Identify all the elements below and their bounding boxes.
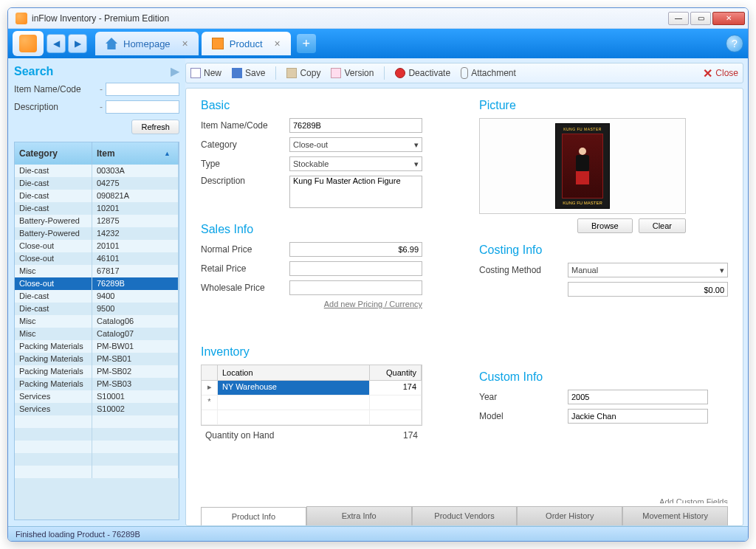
save-icon xyxy=(232,68,242,78)
table-row[interactable]: Close-out46101 xyxy=(15,252,179,265)
tab-product[interactable]: Product × xyxy=(202,32,291,55)
table-row[interactable]: ServicesS10001 xyxy=(15,390,179,403)
table-row[interactable]: Misc67817 xyxy=(15,265,179,277)
new-row-icon: * xyxy=(202,396,218,410)
table-row[interactable]: Die-cast00303A xyxy=(15,165,179,177)
refresh-button[interactable]: Refresh xyxy=(131,120,179,134)
home-icon xyxy=(106,38,117,49)
year-input[interactable] xyxy=(568,390,708,404)
col-item[interactable]: Item ▲ xyxy=(92,142,179,165)
category-select[interactable]: Close-out▾ xyxy=(289,137,422,152)
qoh-label: Quantity on Hand xyxy=(205,430,403,441)
chevron-down-icon: ▾ xyxy=(720,266,724,275)
add-custom-fields-link[interactable]: Add Custom Fields xyxy=(479,497,728,503)
tab-close-icon[interactable]: × xyxy=(275,38,281,49)
qoh-value: 174 xyxy=(403,430,418,441)
clear-button[interactable]: Clear xyxy=(639,218,686,233)
tab-label: Product xyxy=(230,38,263,49)
attachment-button[interactable]: Attachment xyxy=(461,67,516,79)
retail-price-input[interactable] xyxy=(289,261,422,276)
item-code-input[interactable] xyxy=(289,118,422,133)
nav-back-button[interactable]: ◀ xyxy=(47,34,66,53)
status-bar: Finished loading Product - 76289B xyxy=(8,526,748,541)
help-button[interactable]: ? xyxy=(726,35,743,52)
table-row[interactable]: Die-cast9500 xyxy=(15,303,179,315)
table-row[interactable]: Die-cast04275 xyxy=(15,177,179,190)
inventory-new-row[interactable]: * xyxy=(202,396,422,410)
basic-title: Basic xyxy=(201,99,450,112)
app-icon xyxy=(16,13,27,24)
table-row-empty xyxy=(15,453,179,466)
tab-homepage[interactable]: Homepage × xyxy=(95,32,199,55)
table-row[interactable]: ServicesS10002 xyxy=(15,403,179,415)
table-row[interactable]: MiscCatalog07 xyxy=(15,328,179,340)
tab-close-icon[interactable]: × xyxy=(182,38,188,49)
model-input[interactable] xyxy=(568,409,708,424)
minimize-button[interactable]: — xyxy=(668,12,689,25)
table-row[interactable]: Die-cast10201 xyxy=(15,202,179,215)
costing-method-select[interactable]: Manual▾ xyxy=(568,263,728,277)
table-row-empty xyxy=(15,441,179,453)
col-quantity[interactable]: Quantity xyxy=(370,365,422,380)
product-icon xyxy=(212,38,224,49)
table-row[interactable]: Close-out76289B xyxy=(15,277,179,290)
table-row[interactable]: Battery-Powered12875 xyxy=(15,215,179,227)
version-icon xyxy=(331,68,341,78)
version-button[interactable]: Version xyxy=(331,68,374,78)
col-location[interactable]: Location xyxy=(218,365,370,380)
collapse-icon[interactable]: ▶ xyxy=(171,64,179,78)
row-indicator-icon: ▸ xyxy=(202,381,218,395)
search-item-input[interactable] xyxy=(106,83,179,96)
browse-button[interactable]: Browse xyxy=(577,218,633,233)
chevron-down-icon: ▾ xyxy=(414,159,419,169)
bottom-tab[interactable]: Extra Info xyxy=(306,506,412,525)
inventory-grid: Location Quantity ▸ NY Warehouse 174 * xyxy=(201,365,422,426)
table-row[interactable]: Packing MaterialsPM-BW01 xyxy=(15,340,179,353)
table-row-empty xyxy=(15,415,179,428)
inventory-empty-row xyxy=(202,410,422,425)
bottom-tab[interactable]: Order History xyxy=(517,506,622,525)
close-window-button[interactable]: ✕ xyxy=(712,12,745,25)
tab-label: Homepage xyxy=(123,38,171,49)
app-menu-button[interactable] xyxy=(13,31,44,56)
inventory-title: Inventory xyxy=(201,345,450,359)
maximize-button[interactable]: ▭ xyxy=(690,12,711,25)
costing-title: Costing Info xyxy=(479,244,728,257)
bottom-tab[interactable]: Movement History xyxy=(622,506,728,525)
save-button[interactable]: Save xyxy=(232,68,265,78)
search-title: Search xyxy=(14,65,171,78)
chevron-down-icon: ▾ xyxy=(414,140,419,150)
search-desc-label: Description xyxy=(14,102,97,112)
table-row[interactable]: Battery-Powered14232 xyxy=(15,227,179,240)
deactivate-button[interactable]: Deactivate xyxy=(395,68,450,78)
table-row[interactable]: Packing MaterialsPM-SB02 xyxy=(15,365,179,378)
nav-forward-button[interactable]: ▶ xyxy=(68,34,87,53)
table-row[interactable]: MiscCatalog06 xyxy=(15,315,179,328)
sales-title: Sales Info xyxy=(201,223,450,236)
type-select[interactable]: Stockable▾ xyxy=(289,156,422,171)
wholesale-price-input[interactable] xyxy=(289,280,422,295)
description-input[interactable] xyxy=(289,176,422,208)
new-button[interactable]: New xyxy=(190,68,221,78)
search-desc-input[interactable] xyxy=(106,100,179,114)
inventory-row[interactable]: ▸ NY Warehouse 174 xyxy=(202,381,422,396)
cost-value-input[interactable]: $0.00 xyxy=(568,282,728,297)
table-row[interactable]: Die-cast090821A xyxy=(15,190,179,202)
table-row-empty xyxy=(15,466,179,478)
add-tab-button[interactable]: + xyxy=(297,34,316,53)
search-sidebar: Search ▶ Item Name/Code - Description - … xyxy=(8,58,185,526)
window-title: inFlow Inventory - Premium Edition xyxy=(32,13,668,24)
normal-price-input[interactable] xyxy=(289,242,422,257)
close-button[interactable]: ✕Close xyxy=(703,66,738,80)
table-row[interactable]: Die-cast9400 xyxy=(15,290,179,303)
attachment-icon xyxy=(461,67,468,79)
add-pricing-link[interactable]: Add new Pricing / Currency xyxy=(201,300,422,308)
titlebar: inFlow Inventory - Premium Edition — ▭ ✕ xyxy=(8,8,748,29)
bottom-tab[interactable]: Product Vendors xyxy=(412,506,518,525)
copy-button[interactable]: Copy xyxy=(286,68,320,78)
table-row[interactable]: Packing MaterialsPM-SB01 xyxy=(15,353,179,365)
table-row[interactable]: Packing MaterialsPM-SB03 xyxy=(15,378,179,390)
bottom-tab[interactable]: Product Info xyxy=(201,507,306,526)
col-category[interactable]: Category xyxy=(15,142,92,165)
table-row[interactable]: Close-out20101 xyxy=(15,240,179,252)
